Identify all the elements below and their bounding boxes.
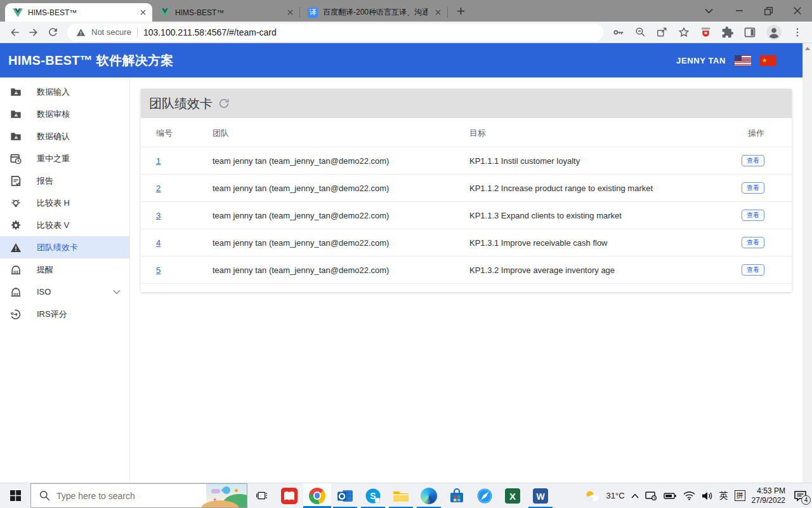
clock[interactable]: 4:53 PM 27/9/2022 bbox=[752, 486, 785, 505]
page-scrollbar[interactable] bbox=[802, 43, 812, 483]
vue-favicon bbox=[160, 8, 170, 18]
taskbar-search[interactable]: ✦ bbox=[30, 483, 247, 508]
team-cell: team jenny tan (team_jenny_tan@demo22.co… bbox=[213, 175, 469, 202]
view-button[interactable]: 查看 bbox=[742, 264, 764, 276]
user-name[interactable]: JENNY TAN bbox=[676, 56, 726, 65]
tab-close-icon[interactable] bbox=[285, 7, 296, 18]
temperature-label[interactable]: 31°C bbox=[606, 491, 625, 500]
row-id-link[interactable]: 3 bbox=[156, 211, 160, 220]
security-label[interactable]: Not secure bbox=[91, 27, 131, 37]
bank-icon bbox=[10, 286, 22, 298]
ime-language-indicator[interactable]: 英 bbox=[719, 490, 728, 502]
window-controls bbox=[698, 0, 812, 22]
tab-close-icon[interactable] bbox=[138, 7, 148, 18]
row-id-link[interactable]: 1 bbox=[156, 156, 160, 166]
sidebar-item-label: 重中之重 bbox=[37, 153, 70, 164]
taskbar-app-excel[interactable]: X bbox=[499, 483, 527, 508]
side-panel-icon[interactable] bbox=[743, 26, 756, 39]
display-cast-icon[interactable] bbox=[645, 491, 657, 501]
sidebar-item-login-circle[interactable]: IRS评分 bbox=[0, 303, 129, 325]
close-window-button[interactable] bbox=[783, 0, 812, 22]
url-text[interactable]: 103.100.211.58:4567/#/team-card bbox=[143, 27, 277, 37]
sidebar-item-warning-triangle-selected[interactable]: 团队绩效卡 bbox=[0, 236, 129, 258]
password-key-icon[interactable] bbox=[612, 26, 625, 39]
zoom-icon[interactable] bbox=[634, 26, 646, 38]
taskbar-app-edge[interactable] bbox=[415, 483, 443, 508]
sidebar-item-bank[interactable]: 提醒 bbox=[0, 258, 129, 281]
share-icon[interactable] bbox=[656, 26, 668, 38]
tab-title: 百度翻译-200种语言互译、沟通全 bbox=[323, 7, 428, 18]
back-button[interactable] bbox=[5, 23, 24, 42]
tab-separator bbox=[447, 7, 448, 18]
folder-alert-icon bbox=[10, 109, 22, 120]
taskbar-app-skype[interactable]: S bbox=[359, 483, 387, 508]
extensions-puzzle-icon[interactable] bbox=[721, 26, 734, 39]
refresh-icon[interactable] bbox=[219, 98, 229, 109]
action-center-button[interactable]: 4 bbox=[792, 489, 808, 503]
browser-menu-icon[interactable] bbox=[792, 27, 803, 38]
tab-search-chevron-icon[interactable] bbox=[698, 0, 719, 22]
weather-icon[interactable] bbox=[584, 490, 600, 502]
sidebar-item-folder-alert[interactable]: 数据审核 bbox=[0, 103, 129, 125]
view-button[interactable]: 查看 bbox=[742, 155, 764, 166]
sidebar-item-bank[interactable]: ISO bbox=[0, 281, 129, 303]
taskbar-app-books[interactable] bbox=[275, 483, 303, 508]
windows-logo-icon bbox=[10, 490, 21, 501]
us-flag-icon[interactable] bbox=[735, 55, 751, 66]
lightbulb-icon bbox=[10, 197, 22, 209]
baidu-translate-favicon: 译 bbox=[308, 8, 318, 18]
task-view-button[interactable] bbox=[247, 483, 275, 508]
not-secure-warning-icon bbox=[76, 28, 86, 37]
screen: HIMS-BEST™HIMS-BEST™译百度翻译-200种语言互译、沟通全 bbox=[0, 0, 812, 508]
sidebar-item-folder-alert[interactable]: 数据确认 bbox=[0, 125, 129, 147]
volume-icon[interactable] bbox=[702, 491, 713, 501]
address-bar[interactable]: Not secure 103.100.211.58:4567/#/team-ca… bbox=[67, 23, 603, 41]
tray-chevron-up-icon[interactable] bbox=[631, 493, 639, 498]
cn-flag-icon[interactable]: ★ bbox=[760, 55, 776, 66]
tab-close-icon[interactable] bbox=[433, 7, 443, 18]
table-row: 1team jenny tan (team_jenny_tan@demo22.c… bbox=[141, 147, 792, 175]
browser-tab[interactable]: 译百度翻译-200种语言互译、沟通全 bbox=[300, 3, 447, 22]
scrollbar-up-arrow-icon[interactable] bbox=[802, 43, 812, 53]
row-id-link[interactable]: 2 bbox=[156, 184, 160, 193]
calendar-clock-icon bbox=[10, 153, 22, 164]
browser-tab[interactable]: HIMS-BEST™ bbox=[5, 3, 152, 22]
sidebar-item-label: ISO bbox=[37, 287, 51, 297]
vue-favicon bbox=[13, 8, 23, 18]
reload-button[interactable] bbox=[43, 23, 62, 42]
taskbar-app-chrome[interactable] bbox=[303, 483, 331, 508]
sidebar-item-gear[interactable]: 比较表 V bbox=[0, 214, 129, 236]
row-id-link[interactable]: 5 bbox=[156, 265, 160, 275]
minimize-button[interactable] bbox=[724, 0, 754, 22]
extension-shield-icon[interactable] bbox=[700, 26, 712, 38]
browser-tab[interactable]: HIMS-BEST™ bbox=[152, 3, 299, 22]
forward-button[interactable] bbox=[24, 23, 43, 42]
ime-mode-indicator[interactable]: 拼 bbox=[735, 490, 745, 501]
sidebar-item-folder-alert[interactable]: 数据输入 bbox=[0, 81, 129, 103]
search-input[interactable] bbox=[56, 491, 177, 501]
sidebar-item-lightbulb[interactable]: 比较表 H bbox=[0, 192, 129, 214]
battery-icon[interactable] bbox=[664, 491, 677, 500]
sidebar-item-calendar-clock[interactable]: 重中之重 bbox=[0, 147, 129, 170]
bookmark-star-icon[interactable] bbox=[678, 26, 690, 39]
tray-date: 27/9/2022 bbox=[752, 496, 785, 505]
profile-avatar[interactable] bbox=[766, 24, 782, 41]
new-tab-button[interactable] bbox=[452, 2, 469, 20]
wifi-icon[interactable] bbox=[683, 491, 695, 500]
table-row: 5team jenny tan (team_jenny_tan@demo22.c… bbox=[141, 257, 792, 284]
taskbar-app-word[interactable]: W bbox=[527, 483, 554, 508]
app-header-right: JENNY TAN ★ bbox=[676, 55, 794, 66]
taskbar-app-outlook[interactable] bbox=[331, 483, 359, 508]
view-button[interactable]: 查看 bbox=[742, 210, 764, 221]
row-id-link[interactable]: 4 bbox=[156, 238, 160, 248]
restore-button[interactable] bbox=[754, 0, 783, 22]
taskbar-app-compass[interactable] bbox=[471, 483, 499, 508]
view-button[interactable]: 查看 bbox=[742, 182, 764, 194]
start-button[interactable] bbox=[0, 483, 30, 508]
taskbar-app-file-explorer[interactable] bbox=[387, 483, 415, 508]
sidebar-item-report-check[interactable]: 报告 bbox=[0, 170, 129, 192]
view-button[interactable]: 查看 bbox=[742, 237, 764, 248]
taskbar-app-store[interactable] bbox=[443, 483, 471, 508]
team-card-panel: 团队绩效卡 编号 团队 目标 bbox=[141, 89, 792, 292]
compass-icon bbox=[476, 488, 493, 504]
